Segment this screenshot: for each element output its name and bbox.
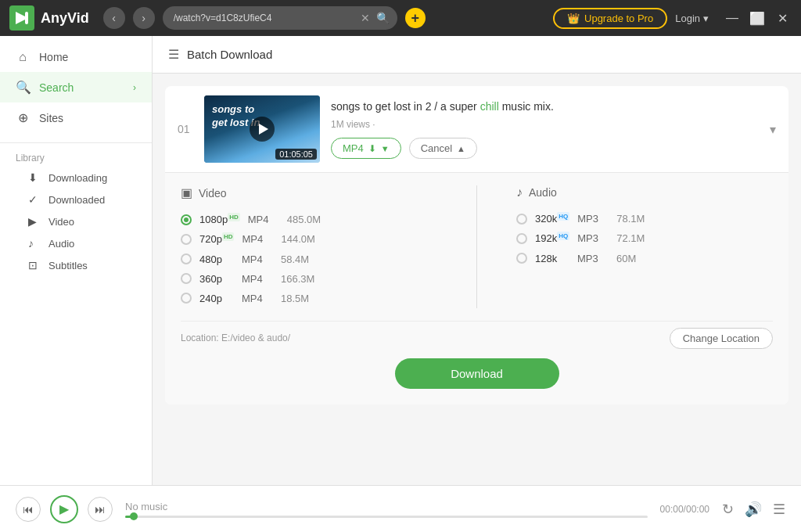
- title-part2: music mix.: [499, 100, 554, 113]
- format-row-320k[interactable]: 320kHQ MP3 78.1M: [516, 209, 773, 228]
- format-size-480p: 58.4M: [281, 253, 309, 265]
- change-location-button[interactable]: Change Location: [670, 328, 773, 349]
- format-size-240p: 18.5M: [281, 293, 309, 304]
- item-number: 01: [178, 123, 193, 135]
- radio-360p[interactable]: [181, 273, 192, 284]
- video-label: Video: [48, 216, 74, 228]
- format-row-720p[interactable]: 720pHD MP4 144.0M: [181, 229, 437, 249]
- video-meta: 1M views ·: [331, 119, 759, 130]
- sidebar-divider: [0, 142, 152, 143]
- res-192k: 192kHQ: [535, 232, 569, 244]
- sidebar-item-subtitles[interactable]: ⊡ Subtitles: [0, 254, 152, 276]
- sidebar-home-label: Home: [39, 51, 68, 63]
- cancel-label: Cancel: [421, 142, 452, 154]
- radio-1080p[interactable]: [181, 214, 192, 225]
- content-area: ☰ Batch Download 01 songs toget lost in …: [153, 36, 801, 485]
- format-type-128k: MP3: [577, 253, 609, 264]
- sidebar-item-downloaded[interactable]: ✓ Downloaded: [0, 189, 152, 210]
- volume-button[interactable]: 🔊: [745, 501, 762, 518]
- close-button[interactable]: ✕: [773, 9, 792, 27]
- previous-button[interactable]: ⏮: [16, 497, 41, 522]
- format-size-192k: 72.1M: [616, 232, 645, 244]
- download-button[interactable]: Download: [395, 358, 559, 389]
- video-actions: MP4 ⬇ ▼ Cancel ▲: [331, 138, 759, 159]
- sidebar-item-downloading[interactable]: ⬇ Downloading: [0, 167, 152, 189]
- res-128k: 128k: [535, 253, 569, 264]
- player-right-controls: ↻ 🔊 ☰: [722, 501, 785, 518]
- sidebar-nav: ⌂ Home 🔍 Search › ⊕ Sites: [0, 36, 152, 139]
- radio-320k[interactable]: [516, 214, 527, 225]
- radio-192k[interactable]: [516, 233, 527, 244]
- progress-dot: [130, 512, 138, 520]
- window-controls: — ⬜ ✕: [723, 9, 792, 27]
- res-360p: 360p: [199, 273, 234, 285]
- audio-col-label: Audio: [529, 186, 557, 199]
- format-row-192k[interactable]: 192kHQ MP3 72.1M: [516, 228, 773, 248]
- title-chill: chill: [480, 100, 499, 113]
- format-row-480p[interactable]: 480p MP4 58.4M: [181, 250, 437, 269]
- upgrade-button[interactable]: 👑 Upgrade to Pro: [553, 8, 667, 29]
- sidebar-item-video[interactable]: ▶ Video: [0, 210, 152, 232]
- radio-240p[interactable]: [181, 293, 192, 304]
- format-column-divider: [476, 185, 477, 308]
- downloaded-label: Downloaded: [48, 194, 105, 206]
- expand-icon[interactable]: ▾: [770, 122, 776, 137]
- radio-128k[interactable]: [516, 253, 527, 264]
- library-label: Library: [0, 146, 152, 167]
- format-label: MP4: [343, 142, 364, 154]
- downloading-label: Downloading: [48, 172, 107, 184]
- cancel-button[interactable]: Cancel ▲: [409, 138, 477, 159]
- audio-formats-column: ♪ Audio 320kHQ MP3 78.1M 192kHQ MP: [516, 185, 773, 308]
- res-480p: 480p: [199, 253, 234, 265]
- player-info: No music: [125, 501, 648, 518]
- downloaded-icon: ✓: [28, 193, 41, 206]
- back-button[interactable]: ‹: [103, 7, 125, 29]
- format-row-360p[interactable]: 360p MP4 166.3M: [181, 269, 437, 289]
- player-progress-bar[interactable]: [125, 516, 648, 518]
- format-footer: Location: E:/video & audo/ Change Locati…: [181, 321, 773, 349]
- audio-icon: ♪: [28, 237, 41, 250]
- play-button[interactable]: ▶: [50, 495, 78, 523]
- format-size-128k: 60M: [616, 253, 636, 264]
- maximize-button[interactable]: ⬜: [748, 9, 767, 27]
- video-formats-column: ▣ Video 1080pHD MP4 485.0M 720pHD: [181, 185, 437, 308]
- format-button[interactable]: MP4 ⬇ ▼: [331, 138, 401, 159]
- format-type-360p: MP4: [242, 273, 273, 285]
- url-search-icon[interactable]: 🔍: [376, 12, 390, 24]
- minimize-button[interactable]: —: [723, 9, 742, 27]
- video-info: songs to get lost in 2 / a super chill m…: [331, 99, 759, 160]
- svg-rect-2: [25, 12, 28, 24]
- main-area: ⌂ Home 🔍 Search › ⊕ Sites Library ⬇ Down…: [0, 36, 801, 485]
- res-1080p: 1080pHD: [199, 214, 240, 225]
- radio-720p[interactable]: [181, 234, 192, 245]
- format-row-240p[interactable]: 240p MP4 18.5M: [181, 289, 437, 308]
- batch-title: Batch Download: [187, 48, 272, 61]
- radio-480p[interactable]: [181, 253, 192, 264]
- format-type-240p: MP4: [242, 293, 273, 304]
- app-name: AnyVid: [41, 10, 89, 27]
- duration-badge: 01:05:05: [275, 149, 317, 160]
- video-icon: ▶: [28, 215, 41, 228]
- repeat-button[interactable]: ↻: [722, 501, 734, 518]
- sidebar-item-search[interactable]: 🔍 Search ›: [0, 72, 152, 102]
- play-overlay-button[interactable]: [250, 117, 275, 142]
- video-col-label: Video: [199, 187, 227, 200]
- url-bar: /watch?v=d1C8zUfieC4 ✕ 🔍: [163, 6, 397, 30]
- batch-header: ☰ Batch Download: [153, 36, 801, 74]
- url-close-icon[interactable]: ✕: [361, 12, 370, 24]
- format-type-192k: MP3: [577, 232, 609, 244]
- sidebar-item-audio[interactable]: ♪ Audio: [0, 232, 152, 254]
- format-row-1080p[interactable]: 1080pHD MP4 485.0M: [181, 210, 437, 229]
- playlist-button[interactable]: ☰: [773, 501, 785, 518]
- next-button[interactable]: ⏭: [88, 497, 113, 522]
- url-text: /watch?v=d1C8zUfieC4: [174, 13, 354, 23]
- sidebar-item-sites[interactable]: ⊕ Sites: [0, 102, 152, 133]
- video-col-icon: ▣: [181, 185, 192, 200]
- sidebar-item-home[interactable]: ⌂ Home: [0, 42, 152, 72]
- format-row-128k[interactable]: 128k MP3 60M: [516, 249, 773, 268]
- title-part1: songs to get lost in 2 / a super: [331, 100, 480, 113]
- sidebar: ⌂ Home 🔍 Search › ⊕ Sites Library ⬇ Down…: [0, 36, 153, 485]
- add-tab-button[interactable]: +: [405, 8, 426, 28]
- forward-button[interactable]: ›: [133, 7, 155, 29]
- login-button[interactable]: Login ▾: [675, 13, 709, 24]
